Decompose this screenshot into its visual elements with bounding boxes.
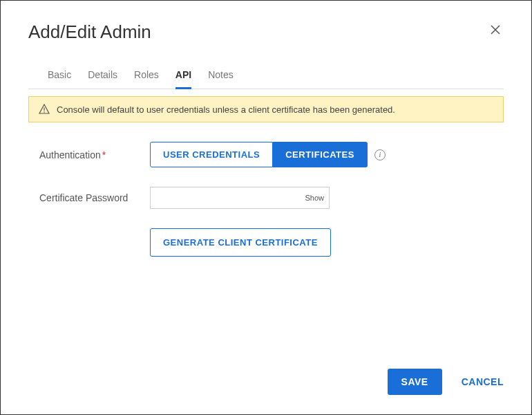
auth-segmented-control: USER CREDENTIALS CERTIFICATES (150, 142, 368, 167)
modal-footer: SAVE CANCEL (1, 355, 531, 414)
add-edit-admin-modal: Add/Edit Admin Basic Details Roles API N… (0, 0, 532, 415)
close-button[interactable] (487, 21, 504, 40)
tab-basic[interactable]: Basic (48, 64, 71, 89)
certificate-password-input[interactable] (150, 187, 330, 209)
certificate-password-field-wrap: Show (150, 187, 330, 209)
api-form: Authentication* USER CREDENTIALS CERTIFI… (28, 122, 504, 257)
generate-row: GENERATE CLIENT CERTIFICATE (39, 228, 504, 257)
generate-client-certificate-button[interactable]: GENERATE CLIENT CERTIFICATE (150, 228, 331, 257)
authentication-label: Authentication* (39, 149, 150, 160)
warning-text: Console will default to user credentials… (57, 104, 395, 115)
show-password-toggle[interactable]: Show (305, 194, 324, 202)
warning-icon (39, 104, 50, 115)
authentication-row: Authentication* USER CREDENTIALS CERTIFI… (39, 142, 504, 167)
tab-notes[interactable]: Notes (208, 64, 234, 89)
info-icon[interactable]: i (374, 149, 386, 160)
svg-point-1 (44, 111, 45, 113)
certificate-password-label: Certificate Password (39, 192, 150, 203)
auth-option-user-credentials[interactable]: USER CREDENTIALS (150, 142, 273, 167)
modal-title: Add/Edit Admin (28, 21, 151, 43)
certificate-password-row: Certificate Password Show (39, 187, 504, 209)
close-icon (490, 24, 501, 35)
tab-api[interactable]: API (175, 64, 191, 89)
modal-header: Add/Edit Admin (1, 1, 531, 43)
warning-alert: Console will default to user credentials… (28, 96, 504, 122)
required-asterisk: * (102, 149, 106, 160)
tab-roles[interactable]: Roles (134, 64, 159, 89)
authentication-toggle: USER CREDENTIALS CERTIFICATES i (150, 142, 386, 167)
tab-details[interactable]: Details (88, 64, 117, 89)
auth-option-certificates[interactable]: CERTIFICATES (273, 142, 368, 167)
modal-body: Basic Details Roles API Notes Console wi… (1, 43, 531, 355)
tab-bar: Basic Details Roles API Notes (28, 64, 504, 89)
cancel-button[interactable]: CANCEL (462, 376, 504, 387)
save-button[interactable]: SAVE (388, 369, 442, 395)
